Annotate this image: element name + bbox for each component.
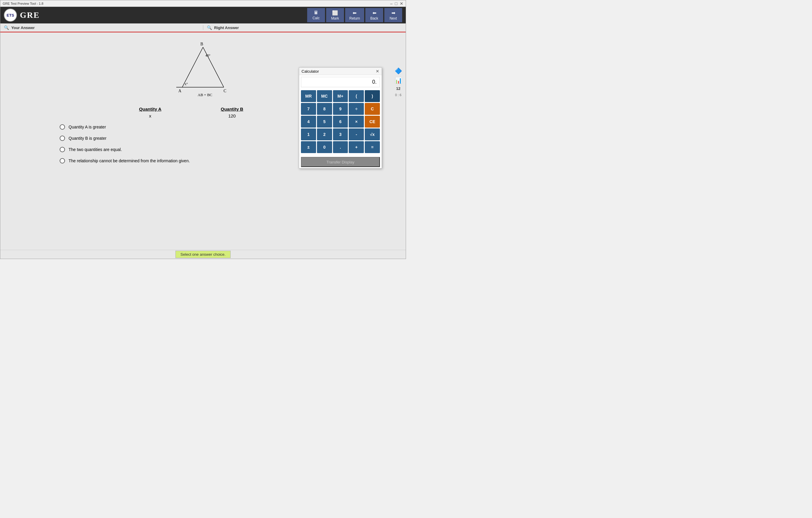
calc-ce[interactable]: CE xyxy=(365,116,380,128)
radio-d[interactable] xyxy=(60,158,65,163)
calc-row-4: 1 2 3 - √x xyxy=(301,128,380,140)
ets-text: ETS xyxy=(6,13,14,18)
calc-mc[interactable]: MC xyxy=(317,90,332,102)
magnify-right-icon: 🔍 xyxy=(207,25,212,30)
back-label: Back xyxy=(370,16,378,21)
quantity-b-title: Quantity B xyxy=(221,106,243,112)
gre-label: GRE xyxy=(20,10,40,20)
calc-close-button[interactable]: ✕ xyxy=(376,69,379,73)
logo-area: ETS GRE xyxy=(4,9,307,22)
calc-buttons: MR MC M+ ( ) 7 8 9 ÷ C 4 5 xyxy=(299,89,382,156)
radio-b[interactable] xyxy=(60,135,65,141)
choice-b-text: Quantity B is greater xyxy=(68,136,107,141)
calc-mr[interactable]: MR xyxy=(301,90,316,102)
calc-lparen[interactable]: ( xyxy=(349,90,364,102)
calc-row-3: 4 5 6 × CE xyxy=(301,116,380,128)
triangle-diagram: B 40° A C x° AB = BC xyxy=(173,41,233,100)
quantity-b-col: Quantity B 120 xyxy=(221,106,243,118)
shapes-icon[interactable]: 🔷 xyxy=(395,67,402,74)
calc-0[interactable]: 0 xyxy=(317,141,332,153)
calc-icon: 🖩 xyxy=(314,10,318,16)
calculator: Calculator ✕ 0. MR MC M+ ( ) 7 8 9 xyxy=(299,67,382,169)
right-sidebar: 🔷 📊 12 0 : 6 xyxy=(391,64,406,100)
calc-6[interactable]: 6 xyxy=(333,116,348,128)
calc-8[interactable]: 8 xyxy=(317,103,332,115)
calc-3[interactable]: 3 xyxy=(333,128,348,140)
your-answer-panel: 🔍 Your Answer xyxy=(0,25,203,30)
svg-text:40°: 40° xyxy=(205,53,210,58)
calc-equals[interactable]: = xyxy=(365,141,380,153)
calc-5[interactable]: 5 xyxy=(317,116,332,128)
magnify-left-icon: 🔍 xyxy=(4,25,9,30)
close-button[interactable]: ✕ xyxy=(400,1,403,6)
quantity-a-title: Quantity A xyxy=(139,106,161,112)
return-icon: ⬅ xyxy=(353,10,356,16)
svg-line-0 xyxy=(182,47,203,87)
back-button[interactable]: ⬅ Back xyxy=(365,8,383,22)
mark-icon: ⬜ xyxy=(332,10,338,16)
chart-icon[interactable]: 📊 xyxy=(395,77,402,84)
calc-row-5: ± 0 . + = xyxy=(301,141,380,153)
back-icon: ⬅ xyxy=(373,10,376,16)
sidebar-ratio: 0 : 6 xyxy=(395,93,401,97)
quantity-a-value: x xyxy=(139,113,161,118)
your-answer-label: Your Answer xyxy=(11,26,35,30)
calc-4[interactable]: 4 xyxy=(301,116,316,128)
calc-sqrt[interactable]: √x xyxy=(365,128,380,140)
quantity-b-value: 120 xyxy=(221,113,243,118)
radio-a[interactable] xyxy=(60,124,65,130)
right-answer-label: Right Answer xyxy=(214,26,239,30)
svg-text:C: C xyxy=(224,89,226,93)
right-answer-panel: 🔍 Right Answer xyxy=(203,25,406,30)
calc-1[interactable]: 1 xyxy=(301,128,316,140)
restore-button[interactable]: □ xyxy=(395,1,397,6)
calc-label: Calc xyxy=(313,16,320,20)
transfer-display-button[interactable]: Transfer Display xyxy=(301,157,380,167)
answer-panels: 🔍 Your Answer 🔍 Right Answer xyxy=(0,24,406,32)
radio-c[interactable] xyxy=(60,147,65,152)
main-content: B 40° A C x° AB = BC Quantity A x Quanti… xyxy=(0,32,406,259)
calc-decimal[interactable]: . xyxy=(333,141,348,153)
calc-2[interactable]: 2 xyxy=(317,128,332,140)
calc-9[interactable]: 9 xyxy=(333,103,348,115)
status-message: Select one answer choice. xyxy=(175,251,231,258)
calc-7[interactable]: 7 xyxy=(301,103,316,115)
return-label: Return xyxy=(349,16,360,21)
status-bar: Select one answer choice. xyxy=(0,250,406,259)
calc-c[interactable]: C xyxy=(365,103,380,115)
calc-multiply[interactable]: × xyxy=(349,116,364,128)
return-button[interactable]: ⬅ Return xyxy=(345,8,364,22)
window-title: GRE Test Preview Tool - 1.8 xyxy=(3,2,43,5)
ets-logo: ETS xyxy=(4,9,17,22)
quantity-a-col: Quantity A x xyxy=(139,106,161,118)
svg-text:B: B xyxy=(200,42,203,46)
window-controls: – □ ✕ xyxy=(390,1,403,6)
mark-label: Mark xyxy=(331,16,339,21)
calc-minus[interactable]: - xyxy=(349,128,364,140)
calc-rparen[interactable]: ) xyxy=(365,90,380,102)
calc-title: Calculator xyxy=(301,69,319,73)
choice-a-text: Quantity A is greater xyxy=(68,125,106,129)
next-label: Next xyxy=(390,16,397,21)
svg-text:AB = BC: AB = BC xyxy=(198,93,212,97)
next-icon: ➡ xyxy=(392,10,395,16)
next-button[interactable]: ➡ Next xyxy=(384,8,402,22)
calc-row-2: 7 8 9 ÷ C xyxy=(301,103,380,115)
choice-c-text: The two quantities are equal. xyxy=(68,147,122,152)
sidebar-count: 12 xyxy=(396,86,400,91)
calc-plusminus[interactable]: ± xyxy=(301,141,316,153)
nav-buttons: 🖩 Calc ⬜ Mark ⬅ Return ⬅ Back ➡ Next xyxy=(307,8,402,22)
top-nav: ETS GRE 🖩 Calc ⬜ Mark ⬅ Return ⬅ Back ➡ xyxy=(0,7,406,24)
minimize-button[interactable]: – xyxy=(390,1,393,6)
choice-d-text: The relationship cannot be determined fr… xyxy=(68,158,190,163)
calc-plus[interactable]: + xyxy=(349,141,364,153)
calc-titlebar: Calculator ✕ xyxy=(299,68,382,75)
calc-display: 0. xyxy=(301,77,380,87)
calc-row-1: MR MC M+ ( ) xyxy=(301,90,380,102)
calc-divide[interactable]: ÷ xyxy=(349,103,364,115)
calc-mplus[interactable]: M+ xyxy=(333,90,348,102)
calc-button[interactable]: 🖩 Calc xyxy=(307,8,325,22)
mark-button[interactable]: ⬜ Mark xyxy=(326,8,344,22)
calc-transfer-area: Transfer Display xyxy=(301,157,380,167)
svg-text:x°: x° xyxy=(184,82,188,86)
